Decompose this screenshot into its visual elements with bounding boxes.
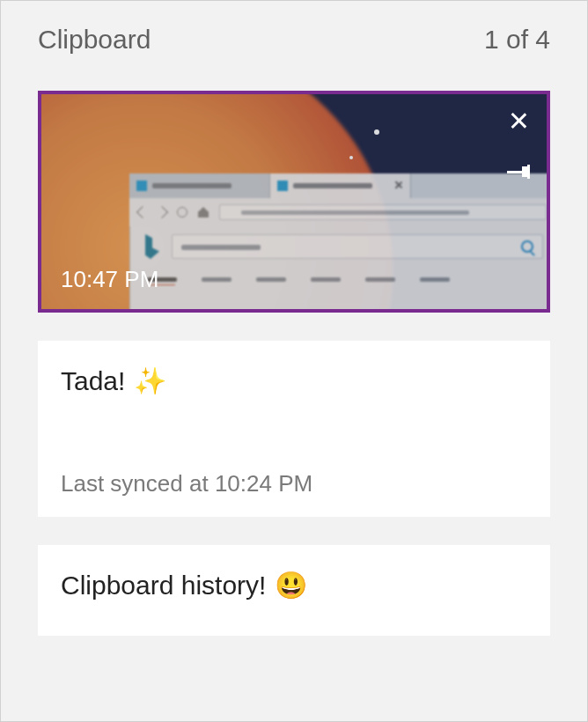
clipboard-text-content: Clipboard history! 😃 [61, 570, 527, 600]
item-actions [503, 105, 534, 188]
grin-icon: 😃 [275, 570, 307, 600]
item-timestamp: 10:47 PM [61, 266, 158, 293]
text-value: Clipboard history! [61, 571, 266, 600]
clipboard-item-text[interactable]: Clipboard history! 😃 [38, 545, 550, 636]
sync-status: Last synced at 10:24 PM [61, 409, 527, 497]
pin-item-button[interactable] [503, 156, 534, 188]
clipboard-item-image[interactable]: 10:47 PM [38, 91, 550, 313]
pin-icon [507, 164, 530, 180]
clipboard-panel: Clipboard 1 of 4 [0, 0, 588, 722]
item-counter: 1 of 4 [484, 25, 550, 55]
close-icon [509, 111, 528, 130]
delete-item-button[interactable] [503, 105, 534, 136]
sparkles-icon: ✨ [134, 365, 166, 396]
clipboard-list[interactable]: 10:47 PM Tada! ✨ Last synced at 10:24 PM… [1, 63, 587, 721]
panel-title: Clipboard [38, 25, 151, 55]
panel-header: Clipboard 1 of 4 [1, 1, 587, 63]
text-value: Tada! [61, 366, 125, 396]
clipboard-item-text[interactable]: Tada! ✨ Last synced at 10:24 PM [38, 341, 550, 517]
clipboard-text-content: Tada! ✨ [61, 365, 527, 396]
